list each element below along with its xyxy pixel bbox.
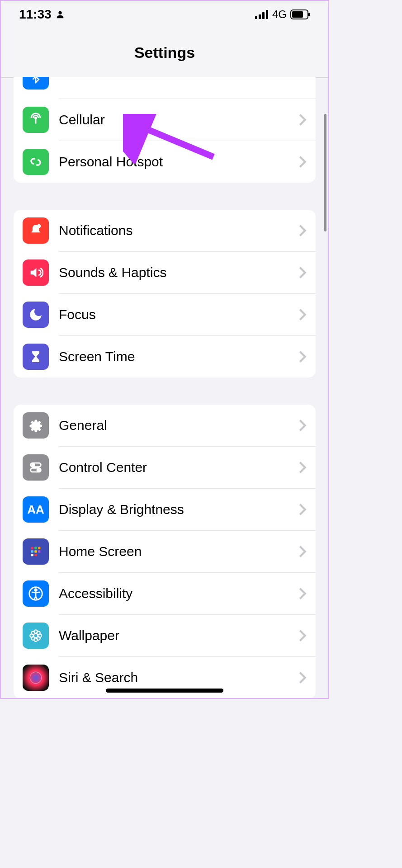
chevron-right-icon (298, 224, 307, 237)
notifications-icon (23, 217, 49, 244)
sounds-icon (23, 259, 49, 286)
row-label: Bluetooth (59, 77, 203, 79)
row-control-center[interactable]: Control Center (14, 447, 316, 488)
settings-group-notifications: Notifications Sounds & Haptics Focus Scr… (14, 210, 316, 377)
chevron-right-icon (298, 113, 307, 126)
row-label: Personal Hotspot (59, 154, 298, 170)
homescreen-icon (23, 538, 49, 565)
svg-point-30 (31, 631, 35, 635)
row-personal-hotspot[interactable]: Personal Hotspot (14, 141, 316, 183)
svg-point-24 (35, 589, 37, 591)
wallpaper-icon (23, 623, 49, 649)
row-screen-time[interactable]: Screen Time (14, 336, 316, 377)
svg-point-33 (37, 637, 40, 640)
page-title: Settings (134, 44, 195, 61)
row-focus[interactable]: Focus (14, 294, 316, 335)
chevron-right-icon (298, 156, 307, 168)
signal-icon (255, 10, 269, 19)
row-label: Siri & Search (59, 670, 298, 685)
row-cellular[interactable]: Cellular (14, 99, 316, 141)
svg-rect-3 (262, 12, 265, 19)
screentime-icon (23, 344, 49, 370)
row-label: Sounds & Haptics (59, 265, 298, 280)
svg-rect-4 (266, 10, 268, 19)
chevron-right-icon (298, 587, 307, 600)
svg-rect-19 (34, 550, 37, 552)
settings-group-connectivity: Bluetooth Not Connected Cellular Persona… (14, 77, 316, 183)
battery-icon (290, 9, 310, 19)
row-label: Screen Time (59, 349, 298, 364)
person-icon (55, 9, 65, 19)
scroll-indicator[interactable] (324, 114, 326, 231)
svg-point-34 (30, 672, 42, 684)
chevron-right-icon (298, 308, 307, 321)
svg-point-0 (58, 11, 61, 14)
svg-rect-18 (31, 550, 33, 552)
general-icon (23, 412, 49, 439)
status-network: 4G (272, 8, 287, 21)
row-wallpaper[interactable]: Wallpaper (14, 615, 316, 656)
chevron-right-icon (298, 545, 307, 558)
svg-point-8 (35, 117, 36, 118)
svg-point-10 (37, 224, 41, 228)
siri-icon (23, 665, 49, 691)
row-accessibility[interactable]: Accessibility (14, 573, 316, 614)
svg-point-31 (37, 631, 40, 635)
chevron-right-icon (298, 461, 307, 474)
content: Bluetooth Not Connected Cellular Persona… (1, 77, 328, 699)
svg-rect-6 (292, 11, 303, 18)
row-general[interactable]: General (14, 405, 316, 446)
row-notifications[interactable]: Notifications (14, 210, 316, 251)
row-bluetooth[interactable]: Bluetooth Not Connected (14, 77, 316, 99)
status-time: 11:33 (19, 7, 52, 22)
chevron-right-icon (298, 266, 307, 279)
svg-rect-21 (31, 554, 33, 556)
svg-rect-22 (34, 554, 37, 556)
chevron-right-icon (298, 419, 307, 432)
svg-rect-15 (31, 547, 33, 549)
display-icon: AA (23, 496, 49, 523)
header: Settings (1, 28, 328, 78)
svg-rect-17 (38, 547, 40, 549)
row-label: Display & Brightness (59, 502, 298, 517)
svg-rect-20 (38, 550, 40, 552)
svg-point-14 (37, 469, 40, 472)
chevron-right-icon (298, 350, 307, 363)
row-label: Focus (59, 307, 298, 322)
row-label: Accessibility (59, 586, 298, 601)
hotspot-icon (23, 149, 49, 175)
bluetooth-icon (23, 77, 49, 90)
row-value: Not Connected (203, 77, 294, 79)
accessibility-icon (23, 580, 49, 607)
svg-rect-7 (308, 13, 310, 16)
chevron-right-icon (298, 671, 307, 684)
row-label: Cellular (59, 112, 298, 127)
svg-rect-1 (255, 16, 257, 19)
row-label: Notifications (59, 223, 298, 238)
svg-point-32 (31, 637, 35, 640)
row-label: Wallpaper (59, 628, 298, 643)
status-bar: 11:33 4G (1, 1, 328, 28)
controlcenter-icon (23, 454, 49, 481)
row-display-brightness[interactable]: AA Display & Brightness (14, 489, 316, 530)
chevron-right-icon (298, 629, 307, 642)
settings-group-general: General Control Center AA Display & Brig… (14, 405, 316, 699)
row-home-screen[interactable]: Home Screen (14, 531, 316, 572)
row-label: General (59, 418, 298, 433)
svg-rect-2 (259, 14, 261, 19)
row-label: Home Screen (59, 544, 298, 559)
chevron-right-icon (298, 503, 307, 516)
home-indicator[interactable] (106, 689, 223, 693)
row-sounds[interactable]: Sounds & Haptics (14, 252, 316, 293)
row-label: Control Center (59, 460, 298, 475)
svg-rect-16 (34, 547, 37, 549)
svg-point-12 (32, 464, 35, 467)
focus-icon (23, 302, 49, 328)
cellular-icon (23, 107, 49, 133)
